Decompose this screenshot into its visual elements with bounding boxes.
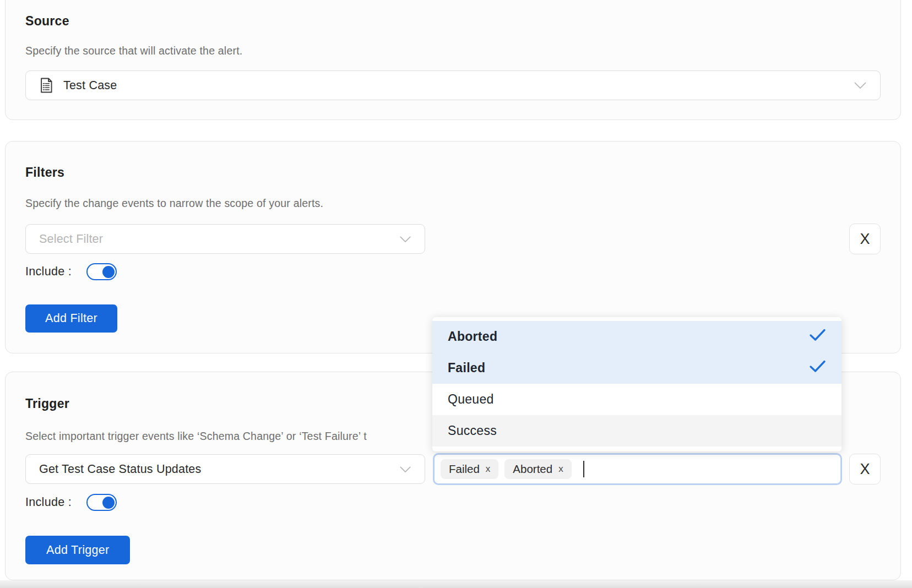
trigger-include-toggle[interactable] — [86, 494, 117, 511]
filters-description: Specify the change events to narrow the … — [25, 197, 881, 210]
test-case-document-icon — [39, 78, 53, 93]
filter-select[interactable]: Select Filter — [25, 224, 425, 254]
remove-trigger-button[interactable]: X — [849, 454, 881, 484]
trigger-status-multiselect[interactable]: Failed x Aborted x — [433, 453, 842, 485]
tag-remove-icon[interactable]: x — [486, 464, 491, 475]
option-success[interactable]: Success — [432, 415, 842, 447]
close-x-icon: X — [860, 231, 870, 248]
toggle-knob — [102, 497, 115, 509]
filter-select-placeholder: Select Filter — [39, 232, 390, 246]
source-section: Source Specify the source that will acti… — [5, 0, 901, 120]
include-label: Include : — [25, 265, 72, 279]
include-label: Include : — [25, 496, 72, 509]
tag-label: Aborted — [513, 462, 552, 476]
option-label: Queued — [448, 392, 494, 407]
check-icon — [809, 360, 826, 377]
remove-filter-button[interactable]: X — [849, 224, 881, 254]
check-icon — [809, 328, 826, 345]
chevron-down-icon — [854, 81, 867, 89]
tag-aborted: Aborted x — [504, 459, 571, 479]
status-dropdown-menu: Aborted Failed Queued Success — [432, 317, 842, 451]
tag-failed: Failed x — [441, 459, 498, 479]
close-x-icon: X — [860, 461, 870, 478]
tag-remove-icon[interactable]: x — [558, 464, 563, 475]
page-bottom-edge — [0, 580, 912, 588]
option-queued[interactable]: Queued — [432, 384, 842, 415]
add-filter-button[interactable]: Add Filter — [25, 304, 117, 333]
filter-include-toggle[interactable] — [86, 263, 117, 280]
tag-label: Failed — [449, 462, 480, 476]
trigger-row: Get Test Case Status Updates Failed x Ab… — [25, 453, 881, 485]
filter-include-row: Include : — [25, 263, 881, 280]
source-description: Specify the source that will activate th… — [25, 44, 881, 57]
text-cursor — [583, 461, 584, 477]
filter-row: Select Filter X — [25, 224, 881, 254]
trigger-select-value: Get Test Case Status Updates — [39, 462, 390, 476]
source-select[interactable]: Test Case — [25, 70, 881, 100]
option-aborted[interactable]: Aborted — [432, 321, 842, 352]
source-select-value: Test Case — [63, 79, 845, 92]
trigger-include-row: Include : — [25, 494, 881, 511]
chevron-down-icon — [399, 236, 411, 243]
filters-title: Filters — [25, 165, 881, 180]
add-trigger-button[interactable]: Add Trigger — [25, 536, 130, 564]
option-label: Failed — [448, 361, 485, 375]
option-label: Success — [448, 423, 497, 438]
toggle-knob — [102, 266, 115, 278]
option-failed[interactable]: Failed — [432, 352, 842, 384]
chevron-down-icon — [399, 466, 411, 473]
source-title: Source — [25, 13, 881, 29]
trigger-select[interactable]: Get Test Case Status Updates — [25, 454, 425, 484]
option-label: Aborted — [448, 329, 497, 344]
